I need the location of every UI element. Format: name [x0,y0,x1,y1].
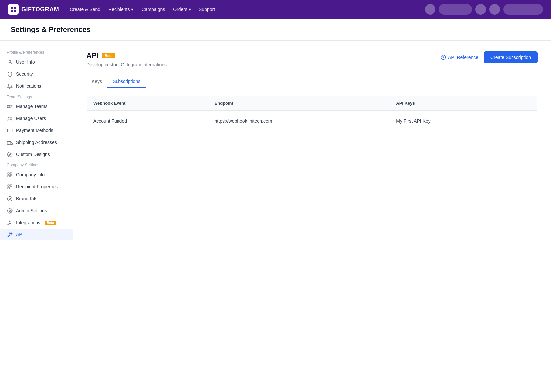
svg-rect-3 [14,10,16,12]
sidebar-section-profile: Profile & Preferences [0,47,73,56]
nav-action-pill[interactable] [503,4,543,15]
api-wrench-icon [7,231,13,237]
svg-rect-0 [11,7,13,9]
sidebar-label-shipping-addresses: Shipping Addresses [16,140,57,145]
api-tabs: Keys Subscriptions [86,75,538,88]
sidebar-label-api: API [16,232,24,237]
sidebar-label-integrations: Integrations [16,220,40,225]
sidebar-item-company-info[interactable]: Company Info [0,169,73,181]
cell-actions: ··· [512,111,538,131]
svg-point-28 [9,210,10,211]
svg-rect-19 [8,175,9,177]
nav-org-pill[interactable] [439,4,472,15]
svg-line-34 [10,223,11,224]
svg-line-33 [8,223,10,224]
svg-point-27 [9,198,10,199]
teams-icon [7,103,13,109]
api-reference-link[interactable]: API Reference [441,55,478,60]
nav-orders[interactable]: Orders ▾ [173,7,191,12]
nav-create-send[interactable]: Create & Send [70,7,100,12]
svg-rect-8 [7,107,8,108]
sidebar-label-payment-methods: Payment Methods [16,128,53,133]
nav-campaigns[interactable]: Campaigns [141,7,165,12]
api-actions: API Reference Create Subscription [441,51,538,63]
sidebar-label-brand-kits: Brand Kits [16,196,38,201]
create-subscription-button[interactable]: Create Subscription [484,51,538,63]
sidebar-label-company-info: Company Info [16,172,45,177]
sidebar-item-user-info[interactable]: User Info [0,56,73,68]
admin-settings-icon [7,208,13,214]
webhook-table: Webhook Event Endpoint API Keys Account … [86,96,538,131]
sidebar-section-company: Company Settings [0,160,73,169]
nav-icon-2[interactable] [489,4,500,15]
api-description: Develop custom Giftogram integrations [86,62,167,67]
main-layout: Profile & Preferences User Info Security [0,41,551,392]
sidebar-item-manage-users[interactable]: Manage Users [0,112,73,124]
sidebar-item-notifications[interactable]: Notifications [0,80,73,92]
shield-icon [7,71,13,77]
svg-point-31 [11,224,12,225]
svg-rect-12 [7,129,12,132]
svg-rect-17 [8,173,9,174]
svg-rect-21 [8,185,9,186]
sidebar-label-manage-users: Manage Users [16,116,46,121]
tab-keys[interactable]: Keys [86,75,107,88]
nav-icon-1[interactable] [475,4,486,15]
sidebar-label-manage-teams: Manage Teams [16,104,47,109]
svg-rect-20 [10,175,12,177]
col-actions [512,96,538,111]
api-title-section: API Beta Develop custom Giftogram integr… [86,51,167,67]
nav-recipients[interactable]: Recipients ▾ [108,7,133,12]
integrations-icon [7,220,13,226]
recipient-properties-icon [7,184,13,190]
svg-rect-14 [7,141,11,144]
sidebar-item-shipping-addresses[interactable]: Shipping Addresses [0,136,73,148]
page-title: Settings & Preferences [11,25,540,34]
cell-endpoint: https://webhook.initech.com [208,111,390,131]
sidebar-item-payment-methods[interactable]: Payment Methods [0,124,73,136]
chevron-down-icon: ▾ [131,7,133,12]
sidebar-item-api[interactable]: API [0,229,73,240]
brand-name: GIFTOGRAM [21,6,59,13]
sidebar-label-security: Security [16,71,33,77]
api-beta-badge: Beta [102,53,115,58]
svg-point-26 [7,196,12,201]
logo-icon [8,4,19,15]
nav-avatar[interactable] [425,4,435,15]
svg-rect-1 [14,7,16,9]
api-header: API Beta Develop custom Giftogram integr… [86,51,538,67]
svg-rect-9 [9,107,10,108]
sidebar-label-admin-settings: Admin Settings [16,208,47,213]
users-icon [7,115,13,121]
sidebar-item-integrations[interactable]: Integrations Beta [0,217,73,229]
tab-subscriptions[interactable]: Subscriptions [107,75,146,88]
sidebar-label-notifications: Notifications [16,83,41,89]
integrations-beta-badge: Beta [45,221,56,225]
company-icon [7,172,13,178]
sidebar-item-manage-teams[interactable]: Manage Teams [0,100,73,112]
api-title: API [86,51,99,60]
row-more-button[interactable]: ··· [518,116,531,126]
nav-support[interactable]: Support [199,7,215,12]
brand-logo[interactable]: GIFTOGRAM [8,4,59,15]
bell-icon [7,83,13,89]
svg-rect-2 [11,10,13,12]
svg-rect-5 [7,105,8,106]
sidebar-item-brand-kits[interactable]: Brand Kits [0,193,73,205]
sidebar-section-team: Team Settings [0,92,73,100]
custom-designs-icon [7,151,13,157]
col-api-keys: API Keys [389,96,512,111]
svg-point-10 [8,117,10,118]
sidebar-item-admin-settings[interactable]: Admin Settings [0,205,73,217]
main-content: API Beta Develop custom Giftogram integr… [73,41,551,392]
sidebar-item-recipient-properties[interactable]: Recipient Properties [0,181,73,193]
col-webhook-event: Webhook Event [87,96,208,111]
shipping-icon [7,139,13,145]
page-header: Settings & Preferences [0,19,551,41]
cell-webhook-event: Account Funded [87,111,208,131]
top-navigation: GIFTOGRAM Create & Send Recipients ▾ Cam… [0,0,551,19]
sidebar-item-custom-designs[interactable]: Custom Designs [0,148,73,160]
table-row: Account Funded https://webhook.initech.c… [87,111,538,131]
sidebar-item-security[interactable]: Security [0,68,73,80]
api-reference-label: API Reference [448,55,478,60]
